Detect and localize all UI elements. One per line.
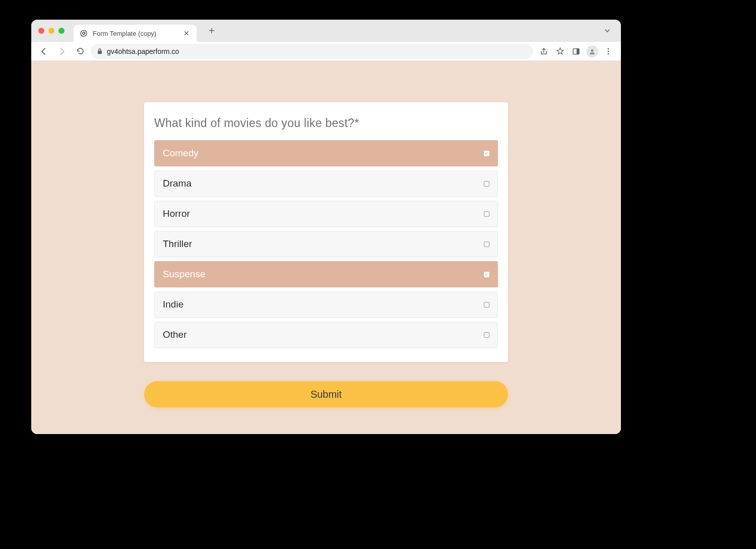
option-label: Drama bbox=[163, 178, 192, 189]
share-icon[interactable] bbox=[536, 44, 551, 59]
tab-title: Form Template (copy) bbox=[93, 30, 177, 37]
checkbox-icon bbox=[484, 332, 489, 338]
checkbox-icon bbox=[484, 302, 489, 308]
new-tab-button[interactable]: + bbox=[205, 24, 219, 38]
checkbox-icon bbox=[484, 241, 489, 247]
bookmark-icon[interactable] bbox=[552, 44, 568, 59]
option-thriller[interactable]: Thriller bbox=[154, 231, 498, 257]
window-controls bbox=[38, 28, 65, 34]
option-indie[interactable]: Indie bbox=[154, 291, 498, 318]
checkbox-icon bbox=[484, 211, 489, 217]
option-label: Thriller bbox=[163, 238, 192, 250]
checkbox-icon bbox=[484, 181, 489, 187]
option-label: Comedy bbox=[163, 148, 199, 159]
tabs-dropdown-icon[interactable] bbox=[601, 24, 614, 37]
option-comedy[interactable]: Comedy bbox=[154, 140, 498, 166]
profile-avatar[interactable] bbox=[585, 44, 600, 59]
menu-icon[interactable] bbox=[601, 44, 616, 59]
svg-point-6 bbox=[608, 48, 609, 49]
svg-point-8 bbox=[608, 53, 609, 54]
submit-button[interactable]: Submit bbox=[144, 381, 508, 407]
browser-window: Form Template (copy) ✕ + gv4ohtsa.paperf… bbox=[31, 20, 621, 434]
option-label: Suspense bbox=[163, 269, 206, 280]
svg-point-7 bbox=[608, 50, 609, 52]
option-other[interactable]: Other bbox=[154, 322, 498, 348]
checkbox-icon bbox=[484, 272, 489, 277]
question-text: What kind of movies do you like best?* bbox=[154, 116, 498, 130]
minimize-window-button[interactable] bbox=[48, 28, 54, 34]
checkbox-icon bbox=[484, 151, 489, 156]
reload-button[interactable] bbox=[73, 44, 88, 59]
svg-rect-2 bbox=[98, 51, 102, 54]
close-window-button[interactable] bbox=[38, 28, 44, 34]
favicon-icon bbox=[80, 29, 88, 37]
svg-point-5 bbox=[591, 49, 593, 51]
option-label: Other bbox=[163, 329, 187, 340]
forward-button[interactable] bbox=[54, 44, 70, 59]
maximize-window-button[interactable] bbox=[58, 28, 65, 34]
option-label: Horror bbox=[163, 208, 190, 219]
svg-rect-4 bbox=[577, 48, 579, 54]
close-tab-icon[interactable]: ✕ bbox=[182, 29, 191, 37]
toolbar-right bbox=[536, 44, 616, 59]
side-panel-icon[interactable] bbox=[569, 44, 584, 59]
titlebar: Form Template (copy) ✕ + bbox=[31, 20, 621, 42]
lock-icon bbox=[97, 48, 103, 54]
options-list: ComedyDramaHorrorThrillerSuspenseIndieOt… bbox=[154, 140, 498, 348]
back-button[interactable] bbox=[36, 44, 51, 59]
option-drama[interactable]: Drama bbox=[154, 170, 498, 197]
option-suspense[interactable]: Suspense bbox=[154, 261, 498, 287]
browser-tab[interactable]: Form Template (copy) ✕ bbox=[74, 25, 197, 42]
page-content: What kind of movies do you like best?* C… bbox=[31, 61, 621, 434]
address-bar[interactable]: gv4ohtsa.paperform.co bbox=[91, 44, 533, 59]
option-horror[interactable]: Horror bbox=[154, 201, 498, 227]
url-text: gv4ohtsa.paperform.co bbox=[107, 47, 179, 55]
option-label: Indie bbox=[163, 299, 183, 310]
submit-label: Submit bbox=[310, 389, 342, 400]
toolbar: gv4ohtsa.paperform.co bbox=[31, 42, 621, 61]
form-card: What kind of movies do you like best?* C… bbox=[144, 102, 508, 362]
